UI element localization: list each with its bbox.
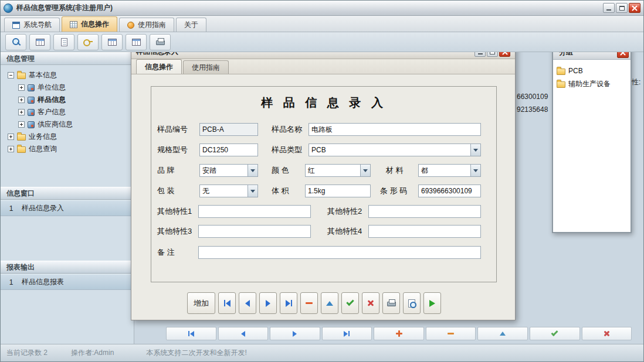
- tree-item-unit-info[interactable]: 单位信息: [3, 81, 131, 94]
- sample-no-input[interactable]: [199, 123, 258, 136]
- nav-edit-button[interactable]: [477, 327, 528, 340]
- report-list-item[interactable]: 1 样品信息报表: [1, 274, 134, 290]
- dropdown-button[interactable]: [470, 165, 480, 176]
- check-icon: [551, 329, 558, 336]
- dialog-preview-button[interactable]: [403, 292, 421, 314]
- volume-input[interactable]: [305, 185, 371, 197]
- last-icon: [291, 300, 292, 306]
- brand-select[interactable]: 安踏: [199, 164, 258, 177]
- table-icon: [36, 39, 45, 46]
- add-button[interactable]: 增加: [187, 292, 215, 314]
- component-icon: [28, 84, 35, 91]
- search-button[interactable]: [5, 34, 26, 50]
- record-last-button[interactable]: [280, 292, 297, 314]
- sample-type-select[interactable]: PCB: [309, 144, 481, 156]
- export-button[interactable]: [126, 34, 147, 50]
- dropdown-button[interactable]: [248, 185, 257, 197]
- material-select[interactable]: 都: [418, 164, 481, 177]
- title-bar: 样品信息管理系统(非注册用户): [1, 1, 643, 16]
- expand-icon[interactable]: [18, 84, 25, 91]
- tab-about[interactable]: 关于: [176, 18, 206, 32]
- dropdown-button[interactable]: [248, 165, 257, 176]
- record-edit-button[interactable]: [321, 292, 338, 314]
- nav-last-button[interactable]: [322, 327, 372, 340]
- main-tab-bar: 系统导航 信息操作 使用指南 关于: [1, 16, 643, 32]
- tree-item-business-info[interactable]: 业务信息: [3, 131, 131, 143]
- close-button[interactable]: [629, 3, 640, 13]
- nav-next-button[interactable]: [270, 327, 320, 340]
- x-icon: [604, 330, 610, 337]
- record-first-button[interactable]: [218, 292, 236, 314]
- tab-user-guide[interactable]: 使用指南: [119, 18, 174, 32]
- expand-icon[interactable]: [18, 97, 25, 103]
- group-item-pcb[interactable]: PCB: [557, 65, 627, 77]
- expand-icon[interactable]: [18, 109, 25, 115]
- tab-label: 关于: [184, 20, 198, 30]
- plus-icon: [396, 330, 402, 337]
- info-window-list-item[interactable]: 1 样品信息录入: [1, 200, 134, 216]
- dialog-run-button[interactable]: [423, 292, 441, 314]
- other4-input[interactable]: [368, 225, 481, 238]
- data-grid-button[interactable]: [101, 34, 123, 50]
- record-next-button[interactable]: [259, 292, 277, 314]
- tree-item-basic-info[interactable]: 基本信息: [3, 69, 131, 81]
- dialog-tab-bar: 信息操作 使用指南: [131, 59, 515, 74]
- dropdown-button[interactable]: [360, 165, 370, 176]
- minimize-button[interactable]: [603, 3, 615, 13]
- permissions-button[interactable]: [77, 34, 99, 50]
- barcode-input[interactable]: [418, 185, 481, 197]
- nav-prev-button[interactable]: [218, 327, 269, 340]
- expand-icon[interactable]: [18, 121, 25, 128]
- new-document-button[interactable]: [53, 34, 74, 50]
- background-label-fragment: 性:: [632, 77, 640, 87]
- record-prev-button[interactable]: [239, 292, 256, 314]
- other2-input[interactable]: [368, 205, 481, 218]
- sample-type-value: PCB: [309, 144, 470, 156]
- remark-input[interactable]: [198, 246, 481, 259]
- nav-first-button[interactable]: [166, 327, 216, 340]
- last-icon: [344, 331, 348, 337]
- expand-icon[interactable]: [8, 146, 14, 152]
- folder-icon: [17, 146, 26, 153]
- tree-item-customer-info[interactable]: 客户信息: [3, 106, 131, 118]
- dropdown-button[interactable]: [470, 144, 480, 156]
- dialog-tab-info-operations[interactable]: 信息操作: [136, 59, 182, 74]
- other3-input[interactable]: [198, 225, 311, 238]
- tab-system-nav[interactable]: 系统导航: [4, 18, 60, 32]
- tree-item-sample-info[interactable]: 样品信息: [3, 94, 131, 106]
- up-icon: [326, 301, 333, 306]
- package-select[interactable]: 无: [199, 185, 258, 197]
- collapse-icon[interactable]: [8, 72, 14, 78]
- record-cancel-button[interactable]: [362, 292, 379, 314]
- color-select[interactable]: 红: [305, 164, 371, 177]
- record-confirm-button[interactable]: [341, 292, 359, 314]
- color-value: 红: [306, 165, 360, 176]
- spec-model-input[interactable]: [199, 144, 258, 156]
- other1-input[interactable]: [198, 205, 311, 218]
- minimize-icon: [606, 9, 611, 11]
- background-barcode-fragment: 92135648: [517, 105, 548, 114]
- component-icon: [28, 121, 35, 128]
- app-icon: [4, 4, 13, 13]
- maximize-button[interactable]: [616, 3, 628, 13]
- nav-add-button[interactable]: [374, 327, 424, 340]
- nav-cancel-button[interactable]: [582, 327, 632, 340]
- table-view-button[interactable]: [29, 34, 50, 50]
- record-count-text: 当前记录数 2: [6, 348, 48, 358]
- x-icon: [367, 300, 374, 307]
- dialog-print-button[interactable]: [382, 292, 400, 314]
- volume-label: 体 积: [272, 185, 289, 197]
- print-button[interactable]: [150, 34, 171, 50]
- nav-delete-button[interactable]: [426, 327, 476, 340]
- group-item-aux-equipment[interactable]: 辅助生产设备: [557, 78, 627, 90]
- record-delete-button[interactable]: [300, 292, 318, 314]
- expand-icon[interactable]: [8, 134, 14, 140]
- sample-name-input[interactable]: [309, 123, 481, 136]
- folder-icon: [557, 81, 565, 88]
- tree-item-supplier-info[interactable]: 供应商信息: [3, 118, 131, 131]
- nav-confirm-button[interactable]: [530, 327, 580, 340]
- background-barcode-fragment: 66300109: [517, 93, 548, 101]
- tab-info-operations[interactable]: 信息操作: [62, 16, 117, 32]
- tree-item-info-query[interactable]: 信息查询: [3, 143, 131, 155]
- dialog-tab-user-guide[interactable]: 使用指南: [183, 60, 229, 74]
